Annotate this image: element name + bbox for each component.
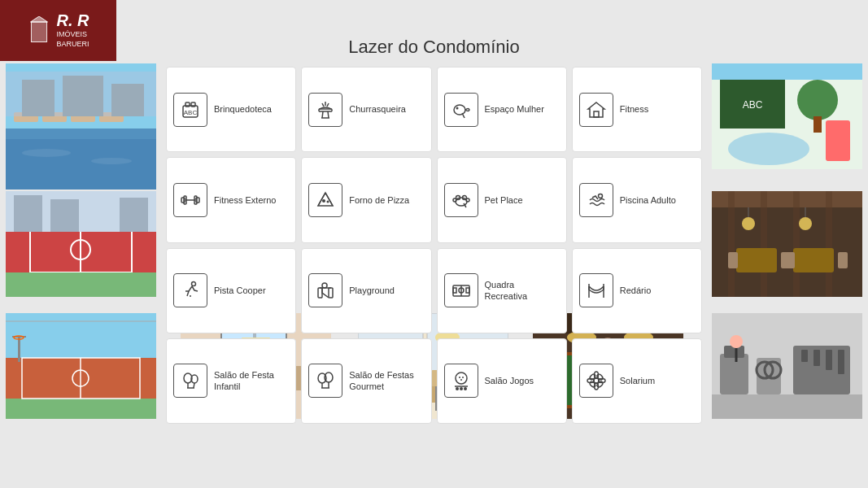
svg-point-144 xyxy=(598,194,602,198)
quadra-recreativa-label: Quadra Recreativa xyxy=(485,279,560,303)
svg-point-137 xyxy=(327,200,329,203)
svg-rect-46 xyxy=(793,191,800,297)
amenity-espaco-mulher[interactable]: Espaço Mulher xyxy=(437,67,567,152)
amenity-brinquedoteca[interactable]: ABC Brinquedoteca xyxy=(166,67,296,152)
pet-place-label: Pet Place xyxy=(485,194,523,206)
piscina-adulto-label: Piscina Adulto xyxy=(620,194,676,206)
svg-marker-1 xyxy=(31,16,48,22)
svg-rect-30 xyxy=(18,338,20,362)
pizza-icon xyxy=(308,183,342,217)
svg-point-175 xyxy=(594,378,599,383)
svg-rect-48 xyxy=(736,248,777,272)
amenities-grid: ABC Brinquedoteca Churrasqueira Espaço M… xyxy=(163,63,705,427)
svg-rect-40 xyxy=(826,120,850,161)
svg-point-169 xyxy=(462,377,464,378)
amenity-quadra-recreativa[interactable]: Quadra Recreativa xyxy=(437,248,567,333)
svg-point-182 xyxy=(596,373,604,381)
hammock-icon xyxy=(579,273,613,307)
svg-point-55 xyxy=(799,217,812,230)
run-icon xyxy=(173,273,207,307)
svg-rect-47 xyxy=(826,191,832,297)
svg-rect-147 xyxy=(329,288,333,298)
svg-rect-71 xyxy=(712,394,862,419)
forno-pizza-label: Forno de Pizza xyxy=(349,194,409,206)
svg-rect-11 xyxy=(111,84,144,116)
amenity-churrasqueira[interactable]: Churrasqueira xyxy=(301,67,431,152)
amenity-playground[interactable]: Playground xyxy=(301,248,431,333)
svg-line-122 xyxy=(328,111,329,118)
court-image xyxy=(6,191,156,297)
toy-icon: ABC xyxy=(173,93,207,127)
amenity-salao-festa-infantil[interactable]: Salão de Festa Infantil xyxy=(166,338,296,424)
dumbbell-icon xyxy=(173,183,207,217)
svg-point-41 xyxy=(728,133,809,165)
svg-rect-21 xyxy=(50,199,79,232)
fitness-externo-label: Fitness Externo xyxy=(214,194,276,206)
svg-point-142 xyxy=(466,198,469,202)
amenity-salao-festas-gourmet[interactable]: Salão de Festas Gourmet xyxy=(301,338,431,424)
svg-rect-52 xyxy=(785,252,795,268)
svg-point-126 xyxy=(456,107,458,109)
svg-point-168 xyxy=(459,377,460,378)
svg-rect-44 xyxy=(728,191,735,297)
svg-rect-154 xyxy=(466,288,469,293)
amenity-fitness-externo[interactable]: Fitness Externo xyxy=(166,157,296,242)
playground-label: Playground xyxy=(349,285,395,296)
svg-rect-68 xyxy=(838,350,844,374)
house-icon xyxy=(579,93,613,127)
bbq-icon xyxy=(308,93,342,127)
svg-point-183 xyxy=(589,381,596,388)
svg-rect-22 xyxy=(120,198,148,232)
svg-rect-115 xyxy=(185,102,190,107)
amenity-piscina-adulto[interactable]: Piscina Adulto xyxy=(572,157,702,242)
pista-cooper-label: Pista Cooper xyxy=(214,285,266,296)
court-icon xyxy=(444,273,478,307)
svg-rect-3 xyxy=(6,129,156,190)
balloon-icon xyxy=(173,364,207,398)
flower-icon xyxy=(579,364,613,398)
salao-festas-gourmet-label: Salão de Festas Gourmet xyxy=(349,369,414,393)
svg-rect-9 xyxy=(22,80,55,116)
pet-icon xyxy=(444,183,478,217)
amenity-forno-pizza[interactable]: Forno de Pizza xyxy=(301,157,431,242)
playground-icon xyxy=(308,273,342,307)
salao-festa-infantil-label: Salão de Festa Infantil xyxy=(214,369,274,393)
svg-point-13 xyxy=(91,158,132,164)
svg-rect-26 xyxy=(6,399,156,419)
balloon2-icon xyxy=(308,364,342,398)
espaco-mulher-label: Espaço Mulher xyxy=(485,103,544,115)
svg-point-54 xyxy=(742,217,755,230)
svg-point-124 xyxy=(454,105,465,115)
svg-line-160 xyxy=(194,383,194,388)
svg-rect-59 xyxy=(720,354,748,394)
amenity-pet-place[interactable]: Pet Place xyxy=(437,157,567,242)
page-title: Lazer do Condomínio xyxy=(0,37,868,58)
amenity-pista-cooper[interactable]: Pista Cooper xyxy=(166,248,296,333)
svg-rect-45 xyxy=(761,191,767,297)
svg-rect-49 xyxy=(793,248,834,272)
svg-rect-65 xyxy=(801,350,808,362)
swim-icon xyxy=(579,183,613,217)
lounge-image xyxy=(712,191,862,297)
svg-point-141 xyxy=(453,198,456,202)
svg-point-173 xyxy=(460,387,463,390)
hairdryer-icon xyxy=(444,93,478,127)
svg-point-12 xyxy=(22,149,71,157)
basketball-image xyxy=(6,313,156,419)
svg-marker-127 xyxy=(588,102,604,117)
svg-line-118 xyxy=(322,103,324,107)
svg-point-167 xyxy=(456,373,467,384)
svg-rect-66 xyxy=(813,350,820,366)
svg-point-136 xyxy=(322,199,325,203)
amenity-fitness[interactable]: Fitness xyxy=(572,67,702,152)
fitness-label: Fitness xyxy=(620,103,648,115)
amenity-solarium[interactable]: Solarium xyxy=(572,338,702,424)
svg-rect-128 xyxy=(594,111,599,117)
amenity-redario[interactable]: Redário xyxy=(572,248,702,333)
svg-point-172 xyxy=(456,387,459,390)
svg-point-174 xyxy=(464,387,467,390)
svg-rect-133 xyxy=(196,198,199,203)
amenity-salao-jogos[interactable]: Salão Jogos xyxy=(437,338,567,424)
svg-point-170 xyxy=(460,379,462,381)
pool-image xyxy=(6,63,156,190)
